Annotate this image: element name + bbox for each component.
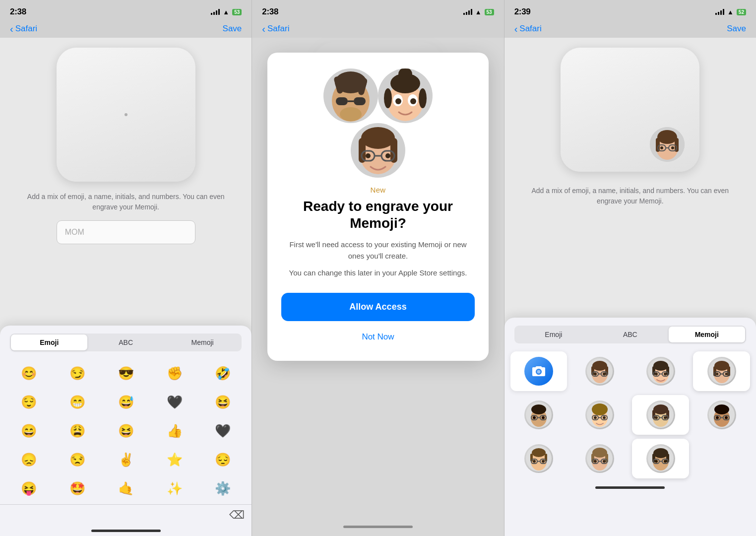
bottom-sheet-left: Emoji ABC Memoji 😊 😏 😎 ✊ 🤣 😌 😁 😅 🖤 😆 😄 😩… <box>0 326 252 536</box>
svg-point-41 <box>592 361 607 371</box>
emoji-cell[interactable]: ✌ <box>102 446 150 473</box>
memoji-cell[interactable] <box>571 395 628 435</box>
segment-control-right: Emoji ABC Memoji <box>514 326 746 343</box>
emoji-cell[interactable]: 😁 <box>54 388 101 416</box>
status-icons-middle: ▲ 53 <box>463 8 494 16</box>
memoji-cell[interactable] <box>571 439 628 478</box>
signal-icon-middle <box>463 9 472 15</box>
emoji-cell[interactable]: 😔 <box>199 446 247 473</box>
back-button-middle[interactable]: ‹ Safari <box>262 24 289 34</box>
content-area-right: Add a mix of emoji, a name, initials, an… <box>504 38 756 536</box>
back-button-left[interactable]: ‹ Safari <box>10 24 37 34</box>
emoji-cell[interactable]: 😄 <box>5 417 53 445</box>
segment-emoji-left[interactable]: Emoji <box>11 335 87 350</box>
segment-emoji-right[interactable]: Emoji <box>515 327 592 342</box>
emoji-cell[interactable]: 😊 <box>5 359 53 387</box>
emoji-cell[interactable]: 😝 <box>5 474 53 502</box>
emoji-cell[interactable]: 🤣 <box>199 359 247 387</box>
segment-abc-left[interactable]: ABC <box>87 335 164 350</box>
save-button-right[interactable]: Save <box>727 24 746 34</box>
svg-point-30 <box>657 130 677 144</box>
memoji-face <box>524 444 553 473</box>
memoji-cell[interactable] <box>693 395 750 435</box>
back-label-middle: Safari <box>267 24 289 34</box>
modal-title: Ready to engrave your Memoji? <box>281 198 475 231</box>
emoji-cell[interactable]: 🤙 <box>102 474 150 502</box>
status-time-middle: 2:38 <box>262 7 278 17</box>
save-button-left[interactable]: Save <box>223 24 242 34</box>
emoji-cell[interactable]: 😒 <box>54 446 101 473</box>
emoji-cell[interactable]: 😞 <box>5 446 53 473</box>
svg-point-125 <box>653 448 668 458</box>
svg-point-132 <box>664 460 667 463</box>
memoji-cell[interactable] <box>632 351 689 391</box>
emoji-cell[interactable]: ⚙️ <box>199 474 247 502</box>
emoji-cell[interactable]: 👍 <box>151 417 198 445</box>
memoji-sticker-on-case <box>650 127 685 162</box>
nav-bar-left: ‹ Safari Save <box>0 22 252 38</box>
svg-point-105 <box>532 448 546 457</box>
segment-abc-right[interactable]: ABC <box>592 327 668 342</box>
svg-point-83 <box>594 416 597 419</box>
back-arrow-icon-middle: ‹ <box>262 24 265 34</box>
delete-key-left[interactable]: ⌫ <box>229 509 245 522</box>
phone-middle: 2:38 ▲ 53 ‹ Safari <box>252 0 504 536</box>
svg-point-75 <box>533 416 536 419</box>
camera-add-cell[interactable] <box>510 351 567 391</box>
svg-point-13 <box>384 88 392 108</box>
emoji-cell[interactable]: ✨ <box>151 474 198 502</box>
back-button-right[interactable]: ‹ Safari <box>514 24 542 34</box>
svg-point-6 <box>340 107 362 121</box>
emoji-cell[interactable]: 😌 <box>5 388 53 416</box>
content-area-middle: New Ready to engrave your Memoji? First … <box>252 38 504 536</box>
svg-point-17 <box>395 98 401 104</box>
emoji-cell[interactable]: 😩 <box>54 417 101 445</box>
emoji-cell[interactable]: ⭐ <box>151 446 198 473</box>
svg-point-36 <box>660 146 663 149</box>
svg-point-94 <box>664 416 667 419</box>
emoji-cell[interactable]: 😆 <box>199 388 247 416</box>
emoji-cell[interactable]: 🖤 <box>151 388 198 416</box>
engrave-input-left[interactable]: MOM <box>57 220 195 244</box>
airpods-case-right <box>561 48 699 172</box>
svg-point-102 <box>725 416 728 419</box>
modal-description: First we'll need access to your existing… <box>281 239 475 262</box>
svg-rect-8 <box>354 97 366 105</box>
modal-settings-note: You can change this later in your Apple … <box>289 268 467 279</box>
status-time-right: 2:39 <box>514 7 531 17</box>
back-arrow-icon-right: ‹ <box>514 24 518 34</box>
svg-point-27 <box>385 153 390 158</box>
memoji-face <box>646 401 675 429</box>
emoji-cell[interactable]: ✊ <box>151 359 198 387</box>
segment-memoji-right[interactable]: Memoji <box>669 327 745 342</box>
emoji-cell[interactable]: 🖤 <box>199 417 247 445</box>
memoji-cell-selected-2[interactable] <box>632 395 689 435</box>
emoji-cell[interactable]: 🤩 <box>54 474 101 502</box>
svg-point-57 <box>655 373 658 376</box>
memoji-cell-selected-3[interactable] <box>632 439 689 478</box>
svg-point-20 <box>361 127 395 149</box>
memoji-cell[interactable] <box>510 439 567 478</box>
svg-point-76 <box>542 416 545 419</box>
camera-icon <box>524 357 553 386</box>
svg-point-84 <box>603 416 606 419</box>
allow-access-button[interactable]: Allow Access <box>281 293 475 321</box>
phone-right: 2:39 ▲ 52 ‹ Safari Save <box>504 0 756 536</box>
not-now-button[interactable]: Not Now <box>281 327 475 347</box>
emoji-cell[interactable]: 😏 <box>54 359 101 387</box>
memoji-head-1 <box>323 68 378 123</box>
emoji-cell[interactable]: 😅 <box>102 388 150 416</box>
emoji-cell[interactable]: 😆 <box>102 417 150 445</box>
memoji-cell[interactable] <box>510 395 567 435</box>
memoji-cell[interactable] <box>571 351 628 391</box>
signal-icon-right <box>715 9 724 15</box>
emoji-cell[interactable]: 😎 <box>102 359 150 387</box>
svg-rect-7 <box>336 97 348 105</box>
svg-point-101 <box>716 416 719 419</box>
svg-point-68 <box>725 373 727 375</box>
segment-memoji-left[interactable]: Memoji <box>164 335 241 350</box>
nav-bar-middle: ‹ Safari <box>252 22 504 38</box>
svg-point-93 <box>655 416 658 419</box>
memoji-cell-selected[interactable] <box>693 351 750 391</box>
svg-point-122 <box>603 460 606 463</box>
